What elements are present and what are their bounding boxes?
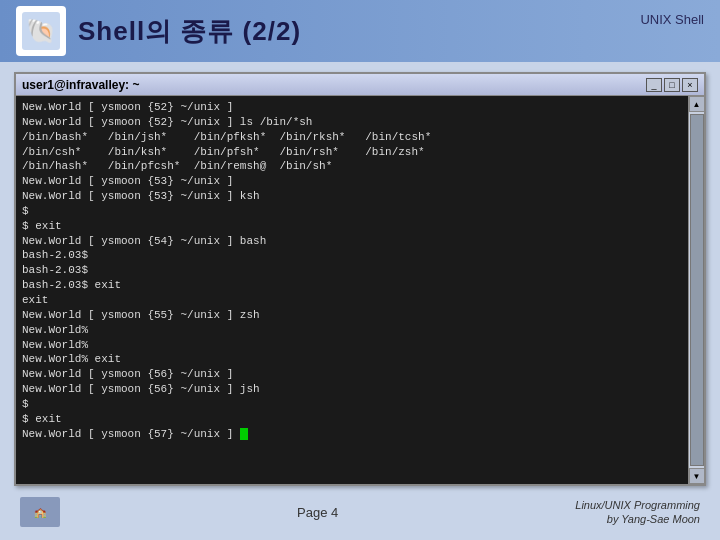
slide-main: user1@infravalley: ~ _ □ × New.World [ y…	[0, 62, 720, 540]
terminal-line: $	[22, 204, 682, 219]
slide-footer: 🏫 Page 4 Linux/UNIX Programming by Yang-…	[14, 494, 706, 530]
terminal-line: New.World% exit	[22, 352, 682, 367]
scroll-down-arrow[interactable]: ▼	[689, 468, 705, 484]
footer-credit: Linux/UNIX Programming by Yang-Sae Moon	[575, 498, 700, 527]
terminal-line: New.World%	[22, 338, 682, 353]
terminal-line: bash-2.03$	[22, 263, 682, 278]
terminal-line: bash-2.03$ exit	[22, 278, 682, 293]
terminal-body[interactable]: New.World [ ysmoon {52} ~/unix ]New.Worl…	[16, 96, 688, 484]
terminal-line: bash-2.03$	[22, 248, 682, 263]
credit-line1: Linux/UNIX Programming	[575, 499, 700, 511]
terminal-line: New.World%	[22, 323, 682, 338]
terminal-line: New.World [ ysmoon {56} ~/unix ] jsh	[22, 382, 682, 397]
terminal-line: /bin/bash* /bin/jsh* /bin/pfksh* /bin/rk…	[22, 130, 682, 145]
terminal-line: $ exit	[22, 219, 682, 234]
terminal-titlebar: user1@infravalley: ~ _ □ ×	[16, 74, 704, 96]
footer-logo: 🏫	[20, 497, 60, 527]
terminal-title-text: user1@infravalley: ~	[22, 78, 646, 92]
slide-title: Shell의 종류 (2/2)	[78, 14, 301, 49]
page-number: Page 4	[297, 505, 338, 520]
terminal-line: New.World [ ysmoon {55} ~/unix ] zsh	[22, 308, 682, 323]
logo-image	[22, 12, 60, 50]
terminal-line: /bin/csh* /bin/ksh* /bin/pfsh* /bin/rsh*…	[22, 145, 682, 160]
terminal-line: New.World [ ysmoon {53} ~/unix ]	[22, 174, 682, 189]
terminal-line: New.World [ ysmoon {52} ~/unix ]	[22, 100, 682, 115]
scroll-up-arrow[interactable]: ▲	[689, 96, 705, 112]
credit-line2: by Yang-Sae Moon	[607, 513, 700, 525]
terminal-line: New.World [ ysmoon {53} ~/unix ] ksh	[22, 189, 682, 204]
terminal-body-wrapper: New.World [ ysmoon {52} ~/unix ]New.Worl…	[16, 96, 704, 484]
terminal-line: exit	[22, 293, 682, 308]
university-logo: 🏫	[20, 497, 60, 527]
terminal-line: New.World [ ysmoon {54} ~/unix ] bash	[22, 234, 682, 249]
maximize-button[interactable]: □	[664, 78, 680, 92]
terminal-line: New.World [ ysmoon {56} ~/unix ]	[22, 367, 682, 382]
terminal-line: New.World [ ysmoon {57} ~/unix ]	[22, 427, 682, 442]
scroll-thumb[interactable]	[690, 114, 704, 466]
terminal-line: New.World [ ysmoon {52} ~/unix ] ls /bin…	[22, 115, 682, 130]
terminal-window: user1@infravalley: ~ _ □ × New.World [ y…	[14, 72, 706, 486]
terminal-line: $ exit	[22, 412, 682, 427]
terminal-scrollbar[interactable]: ▲ ▼	[688, 96, 704, 484]
minimize-button[interactable]: _	[646, 78, 662, 92]
slide-header: Shell의 종류 (2/2) UNIX Shell	[0, 0, 720, 62]
terminal-cursor	[240, 428, 248, 440]
slide-subtitle: UNIX Shell	[640, 12, 704, 27]
terminal-line: /bin/hash* /bin/pfcsh* /bin/remsh@ /bin/…	[22, 159, 682, 174]
close-button[interactable]: ×	[682, 78, 698, 92]
terminal-controls: _ □ ×	[646, 78, 698, 92]
logo-box	[16, 6, 66, 56]
terminal-line: $	[22, 397, 682, 412]
